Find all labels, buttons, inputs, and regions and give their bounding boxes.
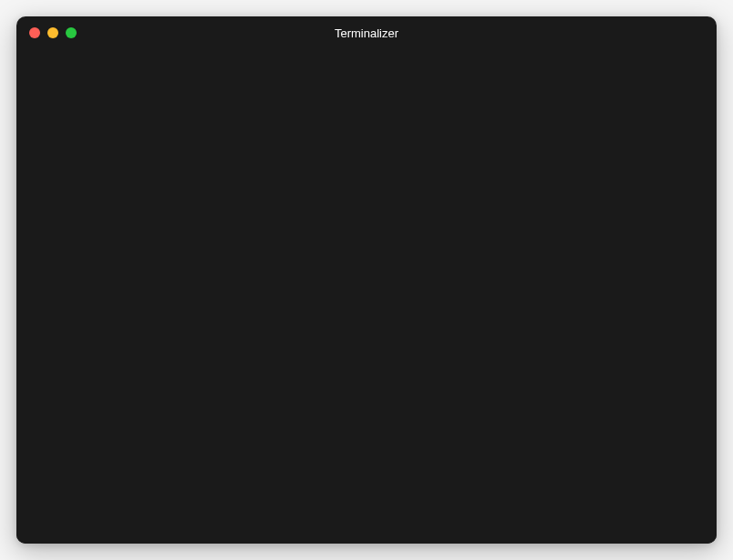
window-title: Terminalizer	[16, 26, 717, 40]
titlebar: Terminalizer	[16, 16, 717, 49]
traffic-lights	[29, 27, 77, 38]
terminal-window: Terminalizer	[16, 16, 717, 544]
zoom-button[interactable]	[66, 27, 77, 38]
terminal-body[interactable]	[16, 49, 717, 544]
minimize-button[interactable]	[47, 27, 58, 38]
close-button[interactable]	[29, 27, 40, 38]
